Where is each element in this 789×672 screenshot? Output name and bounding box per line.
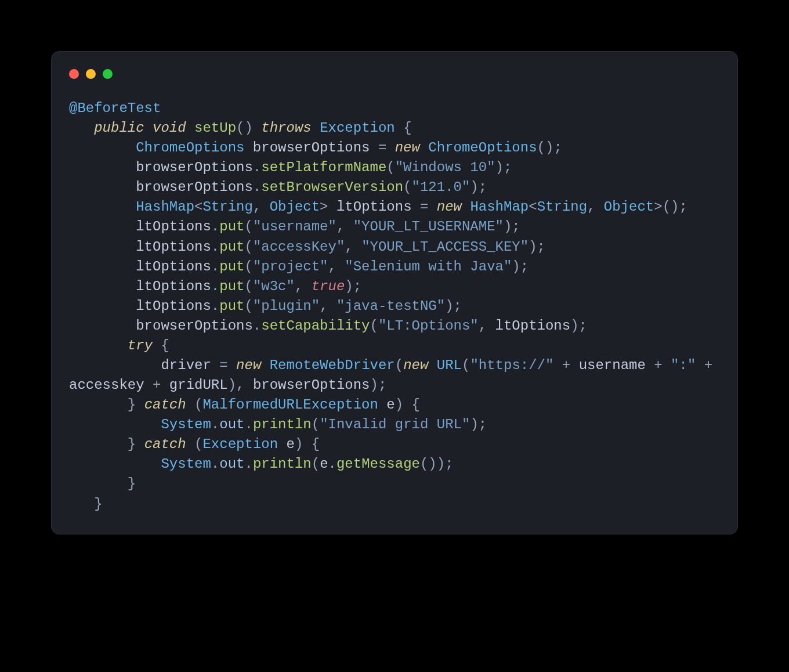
code-token-str: "YOUR_LT_USERNAME"	[353, 219, 504, 234]
code-token-ident: ltOptions	[336, 199, 412, 215]
code-token-punct: );	[570, 318, 587, 334]
code-token-punct: <	[194, 199, 202, 215]
code-token-type: HashMap	[470, 199, 529, 215]
code-token-punct: .	[211, 456, 219, 472]
code-block: @BeforeTest public void setUp() throws E…	[69, 99, 720, 514]
code-token-type: Object	[270, 199, 320, 215]
code-token-punct: );	[512, 259, 529, 274]
code-token-type: Exception	[320, 120, 395, 136]
code-token-punct: );	[470, 417, 487, 432]
code-token-ident: browserOptions	[136, 179, 253, 195]
code-token-ident: browserOptions	[253, 377, 370, 393]
code-token-punct: (	[312, 417, 320, 432]
code-token-punct: ();	[537, 140, 562, 156]
code-token-punct: );	[345, 279, 361, 294]
close-icon[interactable]	[69, 69, 79, 79]
code-token-str: "w3c"	[253, 279, 295, 294]
code-token-punct: .	[211, 298, 219, 314]
code-token-str: "Selenium with Java"	[345, 259, 512, 274]
code-token-str: "project"	[253, 259, 328, 274]
code-token-punct: .	[328, 456, 336, 472]
code-token-punct: ,	[345, 239, 361, 255]
code-token-punct: >	[320, 199, 328, 215]
code-token-kw: new	[437, 199, 462, 215]
code-token-ident: ltOptions	[136, 259, 211, 274]
window-traffic-lights	[69, 69, 720, 79]
code-token-punct: (	[370, 318, 378, 334]
code-token-method: setPlatformName	[261, 160, 386, 175]
code-token-type: Object	[604, 199, 654, 215]
code-token-punct: );	[529, 239, 545, 255]
code-token-punct: .	[253, 318, 261, 334]
code-token-ident: e	[287, 436, 295, 452]
code-token-lit: true	[312, 279, 345, 294]
code-token-punct: ,	[328, 259, 345, 274]
code-token-punct: ,	[336, 219, 353, 234]
code-token-method: getMessage	[336, 456, 420, 472]
code-token-punct: (	[244, 219, 252, 234]
code-token-type: ChromeOptions	[136, 140, 244, 156]
code-token-type: String	[202, 199, 252, 215]
code-token-punct: <	[529, 199, 537, 215]
code-token-punct: .	[211, 279, 219, 294]
code-token-punct: .	[211, 259, 219, 274]
code-token-str: "Invalid grid URL"	[320, 417, 470, 432]
code-token-punct: }	[94, 496, 102, 512]
code-token-punct: (	[244, 239, 252, 255]
code-token-punct: =	[219, 357, 227, 373]
code-token-field: out	[219, 456, 244, 472]
code-token-punct: (	[386, 160, 395, 175]
code-token-str: ":"	[671, 357, 696, 373]
code-token-punct: (	[403, 179, 411, 195]
code-token-punct: .	[244, 456, 252, 472]
code-token-punct: ,	[295, 279, 312, 294]
code-token-method: setUp	[194, 120, 236, 136]
code-token-kw: throws	[261, 120, 311, 136]
code-token-punct: (	[194, 436, 202, 452]
code-token-punct: =	[420, 199, 428, 215]
code-token-ident: ltOptions	[136, 239, 211, 255]
code-token-punct: )	[295, 436, 303, 452]
code-token-punct: ),	[228, 377, 253, 393]
code-token-type: MalformedURLException	[202, 397, 378, 413]
code-token-ident: ltOptions	[136, 298, 211, 314]
code-token-punct: .	[211, 417, 219, 432]
code-token-punct: (	[312, 456, 320, 472]
code-token-method: put	[219, 259, 244, 274]
code-token-punct: (	[244, 279, 252, 294]
code-token-ident: e	[320, 456, 328, 472]
code-token-type: RemoteWebDriver	[270, 357, 395, 373]
code-token-punct: )	[395, 397, 403, 413]
code-token-type: Exception	[202, 436, 278, 452]
code-token-punct: }	[128, 436, 136, 452]
code-token-punct: +	[562, 357, 570, 373]
code-token-str: "accessKey"	[253, 239, 345, 255]
code-token-punct: );	[370, 377, 387, 393]
code-token-punct: (	[244, 298, 252, 314]
code-token-punct: .	[253, 160, 261, 175]
code-token-punct: {	[161, 338, 169, 353]
code-token-punct: );	[495, 160, 512, 175]
code-token-method: println	[253, 456, 312, 472]
code-token-ident: username	[579, 357, 646, 373]
code-token-kw: new	[236, 357, 261, 373]
code-token-str: "YOUR_LT_ACCESS_KEY"	[361, 239, 529, 255]
zoom-icon[interactable]	[103, 69, 113, 79]
code-token-punct: .	[211, 219, 219, 234]
code-token-method: put	[219, 239, 244, 255]
code-token-punct: (	[462, 357, 470, 373]
code-token-type: HashMap	[136, 199, 194, 215]
code-token-punct: >();	[654, 199, 687, 215]
code-token-punct: );	[470, 179, 487, 195]
code-token-punct: (	[194, 397, 202, 413]
code-token-str: "LT:Options"	[378, 318, 479, 334]
code-token-punct: );	[504, 219, 520, 234]
code-token-punct: ,	[320, 298, 336, 314]
code-token-method: setBrowserVersion	[261, 179, 403, 195]
code-token-punct: ()	[236, 120, 253, 136]
code-token-punct: .	[253, 179, 261, 195]
code-token-punct: +	[153, 377, 161, 393]
code-token-punct: {	[412, 397, 420, 413]
minimize-icon[interactable]	[86, 69, 96, 79]
code-token-punct: ,	[587, 199, 604, 215]
